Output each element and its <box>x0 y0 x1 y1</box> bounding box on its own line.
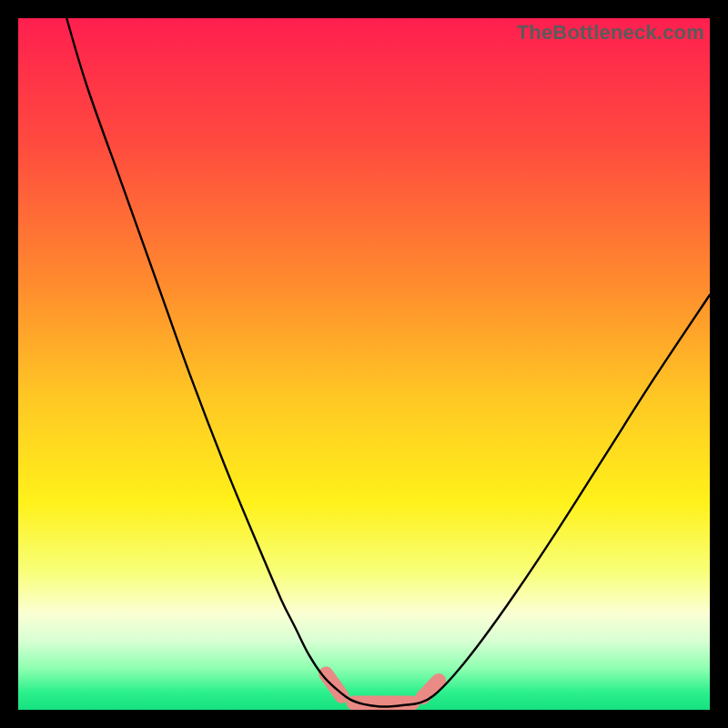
watermark-text: TheBottleneck.com <box>517 21 704 45</box>
mark-sausage-right <box>423 681 439 697</box>
valley-marks <box>326 673 439 703</box>
plot-area: TheBottleneck.com <box>18 18 710 710</box>
bottleneck-curve <box>66 18 710 706</box>
chart-frame: TheBottleneck.com <box>0 0 728 728</box>
curve-layer <box>18 18 710 710</box>
